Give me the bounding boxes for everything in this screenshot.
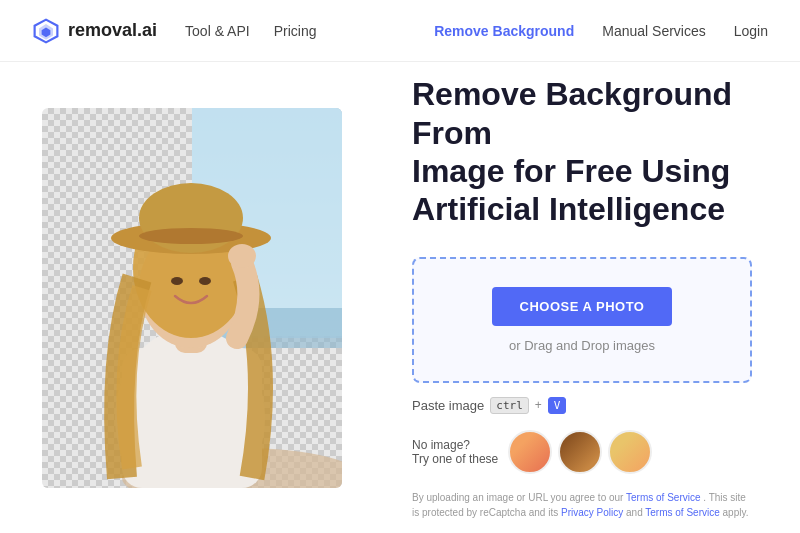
sample-thumbnails <box>508 430 652 474</box>
sample-thumb-1[interactable] <box>508 430 552 474</box>
woman-svg <box>42 108 342 488</box>
logo-icon <box>32 17 60 45</box>
svg-point-13 <box>139 228 243 244</box>
drop-zone[interactable]: CHOOSE A PHOTO or Drag and Drop images <box>412 257 752 383</box>
try-text: Try one of these <box>412 452 498 466</box>
sample-thumb-3[interactable] <box>608 430 652 474</box>
samples-label: No image? Try one of these <box>412 438 498 466</box>
privacy-link[interactable]: Privacy Policy <box>561 507 623 518</box>
terms-link-2[interactable]: Terms of Service <box>645 507 719 518</box>
paste-row: Paste image ctrl + V <box>412 397 768 414</box>
ctrl-key-badge: ctrl <box>490 397 529 414</box>
svg-rect-7 <box>122 348 262 488</box>
choose-photo-button[interactable]: CHOOSE A PHOTO <box>492 287 673 326</box>
legal-text: By uploading an image or URL you agree t… <box>412 490 752 520</box>
v-key-badge: V <box>548 397 567 414</box>
svg-point-14 <box>171 277 183 285</box>
drag-drop-text: or Drag and Drop images <box>434 338 730 353</box>
header-left: removal.ai Tool & API Pricing <box>32 17 316 45</box>
nav-pricing[interactable]: Pricing <box>274 23 317 39</box>
demo-image <box>42 108 342 488</box>
nav-tool-api[interactable]: Tool & API <box>185 23 250 39</box>
header-right: Remove Background Manual Services Login <box>434 23 768 39</box>
sample-thumb-2[interactable] <box>558 430 602 474</box>
image-section <box>32 62 372 533</box>
nav-remove-bg[interactable]: Remove Background <box>434 23 574 39</box>
terms-link[interactable]: Terms of Service <box>626 492 700 503</box>
header: removal.ai Tool & API Pricing Remove Bac… <box>0 0 800 62</box>
paste-label: Paste image <box>412 398 484 413</box>
samples-row: No image? Try one of these <box>412 430 768 474</box>
no-image-text: No image? <box>412 438 498 452</box>
logo-text: removal.ai <box>68 20 157 41</box>
main-content: Remove Background From Image for Free Us… <box>0 62 800 533</box>
nav-manual-services[interactable]: Manual Services <box>602 23 706 39</box>
svg-point-16 <box>228 244 256 268</box>
logo[interactable]: removal.ai <box>32 17 157 45</box>
hero-title: Remove Background From Image for Free Us… <box>412 75 768 229</box>
nav-login[interactable]: Login <box>734 23 768 39</box>
header-nav: Tool & API Pricing <box>185 23 316 39</box>
svg-point-15 <box>199 277 211 285</box>
plus-sign: + <box>535 398 542 412</box>
upload-section: Remove Background From Image for Free Us… <box>372 55 768 533</box>
